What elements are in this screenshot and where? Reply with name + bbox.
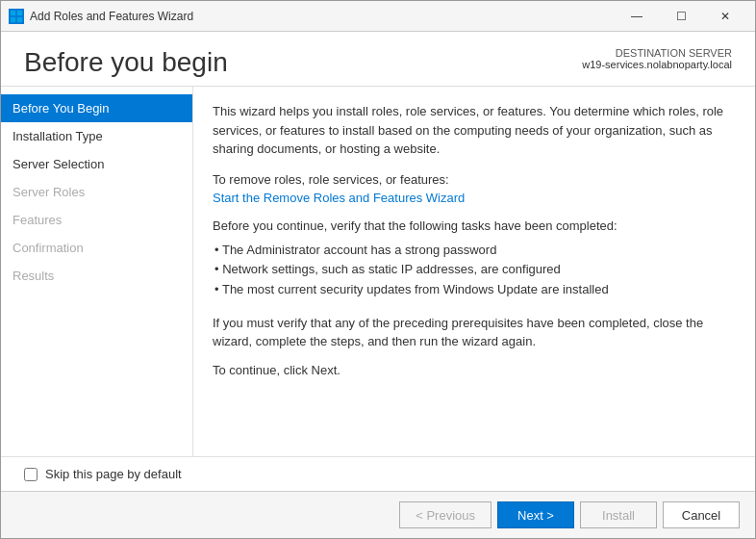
continue-text: To continue, click Next.	[213, 363, 736, 377]
sidebar-item-installation-type[interactable]: Installation Type	[1, 122, 192, 150]
svg-rect-1	[17, 10, 22, 14]
main-header: Before you begin DESTINATION SERVER w19-…	[1, 32, 755, 86]
sidebar: Before You Begin Installation Type Serve…	[1, 87, 193, 456]
sidebar-item-features: Features	[1, 206, 192, 234]
task-item-3: The most current security updates from W…	[213, 280, 736, 300]
title-bar: Add Roles and Features Wizard — ☐ ✕	[1, 1, 755, 32]
remove-wizard-link[interactable]: Start the Remove Roles and Features Wiza…	[213, 191, 465, 205]
svg-rect-2	[11, 16, 15, 21]
tasks-intro: Before you continue, verify that the fol…	[213, 218, 736, 233]
task-item-1: The Administrator account has a strong p…	[213, 241, 736, 261]
next-button[interactable]: Next >	[497, 501, 574, 528]
sidebar-item-results: Results	[1, 262, 192, 290]
destination-server-info: DESTINATION SERVER w19-services.nolabnop…	[582, 47, 732, 70]
intro-text: This wizard helps you install roles, rol…	[213, 102, 736, 159]
main-content: This wizard helps you install roles, rol…	[193, 87, 755, 456]
install-button[interactable]: Install	[580, 501, 657, 528]
sidebar-item-before-you-begin[interactable]: Before You Begin	[1, 94, 192, 122]
body-area: Before You Begin Installation Type Serve…	[1, 86, 755, 456]
checkbox-area: Skip this page by default	[1, 456, 755, 491]
page-title: Before you begin	[24, 47, 228, 78]
wizard-window: Add Roles and Features Wizard — ☐ ✕ Befo…	[0, 0, 756, 539]
content-area: Before you begin DESTINATION SERVER w19-…	[1, 32, 755, 538]
window-title: Add Roles and Features Wizard	[30, 10, 615, 23]
maximize-button[interactable]: ☐	[659, 1, 703, 32]
bottom-area: Skip this page by default < Previous Nex…	[1, 456, 755, 538]
remove-section-label: To remove roles, role services, or featu…	[213, 172, 736, 187]
cancel-button[interactable]: Cancel	[663, 501, 740, 528]
task-item-2: Network settings, such as static IP addr…	[213, 260, 736, 280]
destination-label: DESTINATION SERVER	[582, 47, 732, 59]
window-controls: — ☐ ✕	[615, 1, 747, 32]
skip-page-checkbox[interactable]	[24, 468, 38, 481]
sidebar-item-server-selection[interactable]: Server Selection	[1, 150, 192, 178]
previous-button[interactable]: < Previous	[399, 501, 491, 528]
minimize-button[interactable]: —	[615, 1, 659, 32]
tasks-section: Before you continue, verify that the fol…	[213, 218, 736, 300]
app-icon	[9, 9, 24, 24]
server-name: w19-services.nolabnoparty.local	[582, 59, 732, 70]
sidebar-item-server-roles: Server Roles	[1, 178, 192, 206]
button-bar: < Previous Next > Install Cancel	[1, 491, 755, 538]
close-button[interactable]: ✕	[703, 1, 747, 32]
warning-text: If you must verify that any of the prece…	[213, 314, 736, 351]
skip-page-label[interactable]: Skip this page by default	[45, 467, 182, 481]
sidebar-item-confirmation: Confirmation	[1, 234, 192, 262]
svg-rect-0	[11, 10, 15, 14]
svg-rect-3	[17, 16, 22, 21]
